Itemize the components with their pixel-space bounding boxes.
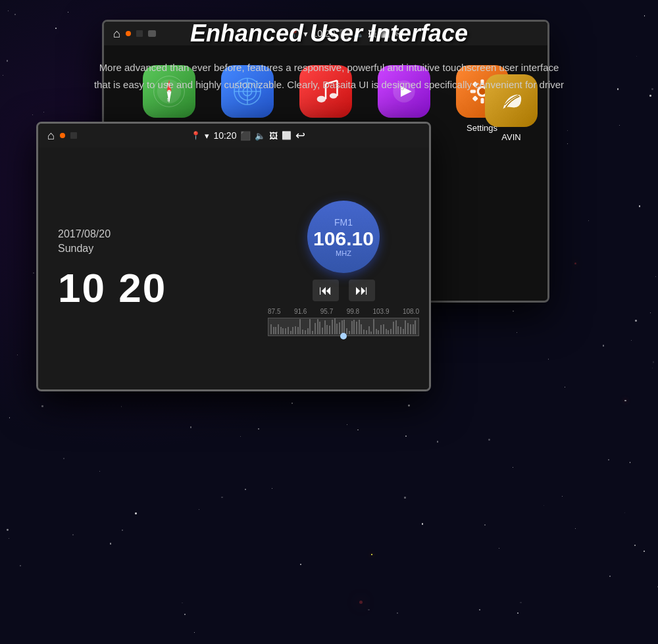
freq-line (273, 327, 274, 334)
star (9, 538, 9, 539)
front-time-display: 10:20 (213, 130, 236, 141)
freq-label-2: 95.7 (320, 308, 333, 315)
star (513, 467, 513, 468)
header-section: Enhanced User Interface More advanced th… (0, 0, 658, 106)
star (33, 272, 34, 273)
freq-line (334, 318, 336, 334)
star (397, 612, 398, 614)
freq-bar[interactable] (268, 318, 419, 336)
star (17, 355, 18, 355)
front-back-icon[interactable]: ↩ (295, 128, 305, 143)
bright-star (574, 262, 576, 264)
star (603, 345, 604, 346)
next-button[interactable]: ⏭ (349, 280, 375, 301)
fm-unit: MHZ (336, 249, 351, 257)
freq-line (317, 319, 318, 334)
star (652, 368, 653, 368)
front-location-icon: 📍 (191, 131, 201, 140)
star (520, 602, 521, 603)
freq-line (386, 329, 387, 334)
freq-line (280, 327, 282, 334)
freq-line (299, 319, 301, 334)
freq-bar-container: 87.5 91.6 95.7 99.8 103.9 108.0 (268, 308, 419, 336)
radio-day: Sunday (58, 243, 238, 255)
freq-line (319, 322, 320, 334)
radio-right-panel: FM1 106.10 MHZ ⏮ ⏭ 87.5 91.6 95.7 99.8 1… (258, 147, 429, 389)
star (619, 125, 620, 126)
star (562, 496, 563, 497)
freq-line (292, 327, 293, 334)
freq-line (366, 330, 367, 334)
star (624, 512, 625, 513)
star (20, 565, 21, 566)
freq-label-0: 87.5 (268, 308, 280, 315)
star (199, 509, 199, 510)
star (43, 112, 44, 112)
star (513, 310, 514, 312)
prev-button[interactable]: ⏮ (313, 280, 339, 301)
freq-line (288, 327, 289, 334)
freq-line (359, 320, 360, 334)
star (634, 545, 636, 547)
star (347, 424, 347, 425)
star (650, 312, 651, 313)
freq-line (407, 323, 409, 334)
freq-line (275, 327, 276, 334)
freq-line (380, 325, 382, 334)
freq-line (415, 320, 416, 334)
star (357, 430, 358, 430)
star (544, 505, 544, 506)
star (609, 576, 611, 577)
screen-front: ⌂ 📍 ▾ 10:20 ⬛ 🔈 🖼 ⬜ ↩ 2017/08/20 Sunday … (36, 122, 431, 391)
star (630, 462, 630, 462)
freq-label-4: 103.9 (373, 308, 390, 315)
star (121, 406, 122, 407)
freq-labels: 87.5 91.6 95.7 99.8 103.9 108.0 (268, 308, 419, 315)
star (655, 276, 656, 277)
star (575, 528, 576, 529)
star (32, 114, 33, 115)
star (644, 551, 645, 552)
front-status-center: 📍 ▾ 10:20 ⬛ 🔈 🖼 ⬜ ↩ (191, 128, 305, 143)
freq-line (322, 328, 323, 335)
freq-line (349, 331, 350, 334)
freq-bar-inner (270, 320, 417, 334)
freq-line (305, 330, 306, 334)
freq-line (302, 330, 303, 334)
freq-line (339, 322, 340, 334)
front-volume-icon[interactable]: 🔈 (255, 131, 265, 141)
freq-line (307, 328, 309, 334)
fm-label: FM1 (334, 217, 353, 228)
star (631, 340, 632, 341)
star (122, 530, 123, 531)
freq-line (295, 326, 296, 334)
freq-line (324, 320, 326, 334)
freq-label-5: 108.0 (403, 308, 419, 315)
front-home-icon[interactable]: ⌂ (47, 129, 55, 143)
star (408, 405, 410, 407)
star (517, 332, 517, 333)
star (190, 426, 191, 428)
freq-line (356, 322, 357, 334)
star (291, 403, 292, 403)
bright-star (624, 400, 626, 401)
freq-line (403, 329, 404, 334)
star (41, 405, 43, 407)
front-camera-icon: ⬛ (240, 131, 251, 141)
star (488, 439, 490, 441)
star (63, 458, 64, 459)
star (300, 564, 301, 565)
freq-line (413, 324, 414, 334)
freq-line (395, 320, 397, 334)
star (272, 488, 272, 489)
star (565, 387, 565, 387)
freq-line (312, 331, 313, 334)
freq-line (315, 323, 316, 334)
star (110, 543, 111, 544)
star (240, 436, 241, 437)
freq-line (282, 328, 284, 334)
star (182, 603, 183, 604)
front-picture-icon: 🖼 (269, 131, 278, 141)
freq-line (329, 326, 330, 334)
freq-line (342, 320, 343, 334)
